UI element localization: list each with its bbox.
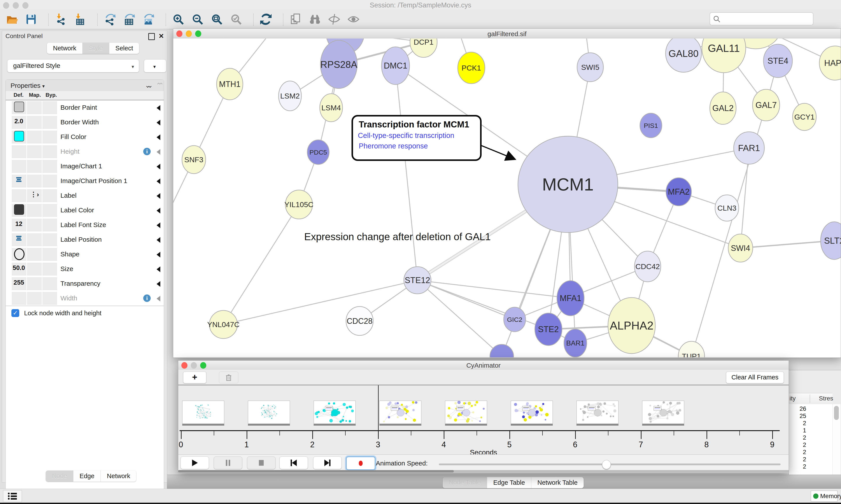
- memory-button[interactable]: Memory: [811, 491, 838, 502]
- animation-speed-slider[interactable]: [439, 464, 781, 465]
- color-swatch[interactable]: [14, 204, 24, 215]
- network-node-ynl047c[interactable]: YNL047C: [207, 310, 239, 339]
- expand-arrow-icon[interactable]: [157, 105, 160, 111]
- timeline-frame-5[interactable]: [511, 401, 553, 426]
- property-row-transparency[interactable]: 255Transparency: [6, 276, 164, 291]
- export-table-icon[interactable]: [123, 13, 136, 26]
- property-row-fill-color[interactable]: Fill Color: [6, 130, 164, 144]
- lock-checkbox[interactable]: ✓: [12, 309, 19, 317]
- property-row-label-position[interactable]: Label Position: [6, 232, 164, 247]
- network-node-far1[interactable]: FAR1: [734, 132, 764, 164]
- network-node-cdc28[interactable]: CDC28: [346, 307, 373, 336]
- property-cell[interactable]: [42, 277, 57, 290]
- property-cell[interactable]: [27, 263, 42, 275]
- expand-arrow-icon[interactable]: [157, 178, 160, 184]
- property-cell[interactable]: [12, 190, 26, 202]
- property-cell[interactable]: [42, 145, 57, 158]
- property-cell[interactable]: [27, 160, 42, 173]
- property-row-border-paint[interactable]: Border Paint: [6, 100, 164, 115]
- network-node-pis1[interactable]: PIS1: [640, 113, 662, 138]
- network-node-botpurple[interactable]: [490, 344, 514, 357]
- stop-button[interactable]: [247, 456, 275, 469]
- expand-arrow-icon[interactable]: [157, 134, 160, 140]
- expand-arrow-icon[interactable]: [157, 120, 160, 125]
- expand-arrow-icon[interactable]: [157, 193, 160, 199]
- property-cell[interactable]: [42, 101, 57, 114]
- network-node-alpha2[interactable]: ALPHA2: [608, 298, 655, 354]
- property-row-image-chart-1[interactable]: Image/Chart 1: [6, 159, 164, 174]
- property-cell[interactable]: [42, 116, 57, 129]
- property-row-size[interactable]: 50.0Size: [6, 262, 164, 276]
- network-node-gal7[interactable]: GAL7: [753, 89, 780, 121]
- network-node-dcp1[interactable]: DCP1: [410, 38, 437, 57]
- property-cell[interactable]: [27, 116, 42, 129]
- property-row-height[interactable]: Heighti: [6, 144, 164, 159]
- property-row-label-color[interactable]: Label Color: [6, 203, 164, 218]
- play-button[interactable]: [180, 456, 209, 469]
- timeline-frame-3[interactable]: [379, 401, 422, 426]
- cyanimator-scrollbar[interactable]: [178, 470, 789, 472]
- delete-frame-button[interactable]: [219, 372, 238, 383]
- network-node-gal80[interactable]: GAL80: [666, 38, 701, 72]
- scrollbar-thumb[interactable]: [178, 470, 454, 472]
- expand-arrow-icon[interactable]: [157, 252, 160, 257]
- property-cell[interactable]: [12, 160, 26, 173]
- import-table-icon[interactable]: [74, 13, 87, 26]
- tab-edge-table[interactable]: Edge Table: [487, 477, 531, 488]
- property-row-image-chart-position-1[interactable]: Image/Chart Position 1: [6, 174, 164, 188]
- property-cell[interactable]: [42, 248, 57, 261]
- property-cell[interactable]: [42, 204, 57, 217]
- network-node-hap2[interactable]: HAP2: [819, 46, 841, 80]
- property-cell[interactable]: [27, 175, 42, 187]
- color-swatch[interactable]: [14, 131, 24, 141]
- scrollbar-thumb[interactable]: [834, 406, 839, 420]
- expand-arrow-icon[interactable]: [157, 237, 160, 243]
- export-image-icon[interactable]: [142, 13, 156, 26]
- zoom-out-icon[interactable]: [192, 13, 204, 26]
- network-node-ste2[interactable]: STE2: [535, 313, 562, 345]
- timeline-cursor[interactable]: [378, 385, 379, 431]
- table-scrollbar[interactable]: [833, 404, 841, 475]
- property-cell[interactable]: [42, 175, 57, 187]
- annotation-box[interactable]: Transcription factor MCM1 Cell-type-spec…: [352, 115, 482, 161]
- network-canvas[interactable]: DCP1RPS28ADMC1PCK1SWI5GAL80GAL11STE4HAP2…: [173, 38, 841, 357]
- network-node-mfa1[interactable]: MFA1: [557, 281, 584, 316]
- network-node-yil105c[interactable]: YIL105C: [285, 190, 314, 219]
- network-node-mth1[interactable]: MTH1: [217, 68, 243, 100]
- property-cell[interactable]: [12, 145, 26, 158]
- network-node-gal11[interactable]: GAL11: [702, 38, 746, 73]
- network-node-pck1[interactable]: PCK1: [458, 52, 485, 84]
- float-panel-icon[interactable]: [148, 33, 155, 40]
- expand-arrow-icon[interactable]: [157, 208, 160, 214]
- network-node-swi5[interactable]: SWI5: [577, 53, 603, 82]
- clear-all-frames-button[interactable]: Clear All Frames: [726, 372, 784, 383]
- zoom-selected-icon[interactable]: [230, 13, 243, 26]
- network-node-lsm4[interactable]: LSM4: [320, 94, 342, 122]
- style-selector[interactable]: galFiltered Style ▾: [7, 59, 139, 72]
- annotation-link[interactable]: Cell-type-specific transcription: [358, 131, 454, 140]
- search-input[interactable]: [722, 14, 810, 23]
- network-node-bar1[interactable]: BAR1: [564, 329, 587, 357]
- timeline-frame-4[interactable]: [445, 401, 487, 426]
- tab-network[interactable]: Network: [47, 43, 83, 54]
- expand-arrow-icon[interactable]: [157, 149, 160, 155]
- property-cell[interactable]: [27, 292, 42, 305]
- property-row-shape[interactable]: Shape: [6, 247, 164, 262]
- open-session-icon[interactable]: [6, 13, 19, 26]
- property-cell[interactable]: [42, 233, 57, 246]
- tab-select[interactable]: Select: [109, 43, 139, 54]
- close-panel-icon[interactable]: ✕: [159, 32, 164, 40]
- skip-to-end-button[interactable]: [313, 456, 342, 469]
- network-node-gcy1[interactable]: GCY1: [793, 103, 816, 130]
- network-node-swi4[interactable]: SWI4: [728, 234, 753, 262]
- network-node-ste12[interactable]: STE12: [404, 267, 431, 294]
- property-row-border-width[interactable]: 2.0Border Width: [6, 115, 164, 130]
- duplicate-network-icon[interactable]: [289, 13, 303, 26]
- table-column-header[interactable]: Stres: [819, 395, 833, 402]
- network-node-pdc5[interactable]: PDC5: [307, 140, 329, 164]
- property-row-label-font-size[interactable]: 12Label Font Size: [6, 218, 164, 233]
- properties-header[interactable]: Properties ▾ ⌄⌄ ⌃⌃: [6, 80, 164, 91]
- expand-arrow-icon[interactable]: [157, 267, 160, 272]
- table-column-header[interactable]: ity: [789, 395, 796, 402]
- export-network-icon[interactable]: [104, 13, 117, 26]
